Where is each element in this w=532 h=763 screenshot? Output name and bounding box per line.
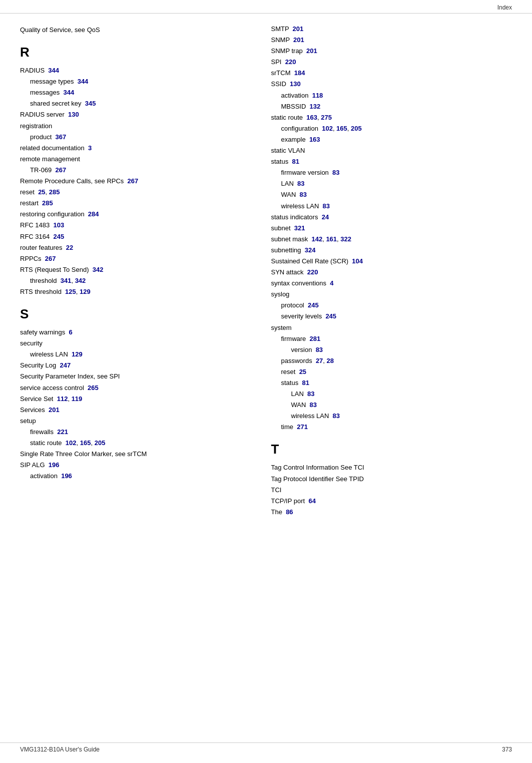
list-item: TCP/IP port 64 [271,496,512,507]
list-item: restart 285 [20,198,251,209]
list-item: SYN attack 220 [271,267,512,278]
left-column: Quality of Service, see QoS R RADIUS 344… [20,24,266,518]
list-item: SNMP 201 [271,35,512,46]
list-item: service access control 265 [20,383,251,394]
list-item: syslog [271,289,512,300]
list-item: static route 163, 275 [271,112,512,123]
list-item: system [271,322,512,333]
list-item: shared secret key 345 [20,98,251,109]
list-item: RFC 3164 245 [20,231,251,242]
list-item: activation 118 [271,90,512,101]
list-item: threshold 341, 342 [20,275,251,286]
list-item: time 271 [271,422,512,433]
list-item: passwords 27, 28 [271,355,512,366]
section-s-letter: S [20,306,251,322]
list-item: Single Rate Three Color Marker, see srTC… [20,449,251,460]
list-item: setup [20,416,251,427]
list-item: security [20,338,251,349]
list-item: registration [20,121,251,132]
list-item: messages 344 [20,87,251,98]
list-item: severity levels 245 [271,311,512,322]
list-item: SNMP trap 201 [271,46,512,57]
list-item: RADIUS server 130 [20,109,251,120]
list-item: restoring configuration 284 [20,209,251,220]
list-item: static route 102, 165, 205 [20,438,251,449]
list-item: SPI 220 [271,57,512,68]
list-item: RTS (Request To Send) 342 [20,264,251,275]
list-item: wireless LAN 83 [271,411,512,422]
list-item: The 86 [271,507,512,518]
list-item: LAN 83 [271,178,512,189]
list-item: subnet mask 142, 161, 322 [271,234,512,245]
list-item: LAN 83 [271,389,512,400]
list-item: message types 344 [20,76,251,87]
footer-right: 373 [502,746,512,753]
list-item: Security Log 247 [20,360,251,371]
list-item: Service Set 112, 119 [20,394,251,405]
list-item: SMTP 201 [271,24,512,35]
list-item: status 81 [271,156,512,167]
list-item: WAN 83 [271,189,512,200]
list-item: activation 196 [20,471,251,482]
page-footer: VMG1312-B10A User's Guide 373 [0,742,532,753]
list-item: status 81 [271,377,512,389]
list-item: version 83 [271,344,512,355]
footer-left: VMG1312-B10A User's Guide [20,746,100,753]
list-item: subnetting 324 [271,245,512,256]
top-entry-term: Quality of Service, see QoS [20,26,100,34]
top-entry: Quality of Service, see QoS [20,25,251,36]
list-item: reset 25, 285 [20,187,251,198]
list-item: SIP ALG 196 [20,460,251,471]
list-item: RADIUS 344 [20,65,251,76]
list-item: reset 25 [271,366,512,377]
list-item: SSID 130 [271,79,512,90]
list-item: wireless LAN 129 [20,349,251,360]
list-item: configuration 102, 165, 205 [271,123,512,134]
list-item: firewalls 221 [20,427,251,438]
list-item: safety warnings 6 [20,327,251,338]
list-item: example 163 [271,134,512,145]
list-item: wireless LAN 83 [271,201,512,212]
list-item: Security Parameter Index, see SPI [20,371,251,382]
header-title: Index [497,4,512,11]
list-item: firmware 281 [271,333,512,344]
section-r-letter: R [20,45,251,60]
list-item: subnet 321 [271,223,512,234]
list-item: srTCM 184 [271,68,512,79]
list-item: product 367 [20,132,251,143]
list-item: MBSSID 132 [271,101,512,112]
section-t-letter: T [271,442,512,457]
list-item: Services 201 [20,405,251,416]
list-item: Remote Procedure Calls, see RPCs 267 [20,176,251,187]
list-item: remote management [20,154,251,165]
list-item: RFC 1483 103 [20,220,251,231]
right-column: SMTP 201 SNMP 201 SNMP trap 201 SPI 220 … [266,24,512,518]
list-item: related documentation 3 [20,143,251,154]
list-item: firmware version 83 [271,167,512,178]
list-item: TCI [271,485,512,496]
list-item: TR-069 267 [20,165,251,176]
list-item: static VLAN [271,145,512,156]
list-item: protocol 245 [271,300,512,311]
list-item: Tag Protocol Identifier See TPID [271,474,512,485]
list-item: syntax conventions 4 [271,278,512,289]
list-item: WAN 83 [271,400,512,411]
list-item: RPPCs 267 [20,253,251,264]
list-item: status indicators 24 [271,212,512,223]
list-item: Tag Control Information See TCI [271,462,512,473]
list-item: RTS threshold 125, 129 [20,286,251,297]
list-item: Sustained Cell Rate (SCR) 104 [271,256,512,267]
page-header: Index [0,0,532,14]
list-item: router features 22 [20,242,251,253]
